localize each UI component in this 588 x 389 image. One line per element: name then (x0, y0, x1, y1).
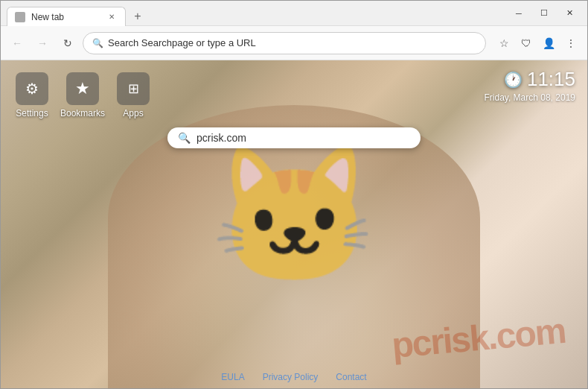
settings-icon: ⚙ (16, 72, 48, 105)
title-bar: New tab ✕ + ─ ☐ ✕ (1, 1, 587, 26)
refresh-button[interactable]: ↻ (57, 33, 78, 54)
apps-label: Apps (123, 108, 143, 118)
back-button[interactable]: ← (7, 33, 28, 54)
bookmarks-shortcut[interactable]: ★ Bookmarks (60, 72, 105, 118)
bookmark-star-icon[interactable]: ☆ (493, 33, 514, 54)
settings-shortcut[interactable]: ⚙ Settings (16, 72, 48, 118)
search-box: 🔍 (167, 127, 421, 148)
apps-icon: ⊞ (117, 72, 150, 105)
search-area: 🔍 (167, 127, 421, 148)
eula-link[interactable]: EULA (221, 372, 244, 382)
omnibox-text: Search Searchpage or type a URL (108, 37, 476, 48)
bookmarks-label: Bookmarks (60, 108, 105, 118)
browser-window: New tab ✕ + ─ ☐ ✕ ← → ↻ 🔍 Search Searchp… (0, 0, 588, 389)
clock-row: 🕐 11:15 (504, 68, 575, 91)
active-tab[interactable]: New tab ✕ (7, 7, 126, 26)
contact-link[interactable]: Contact (336, 372, 366, 382)
tab-label: New tab (31, 12, 100, 22)
bookmarks-icon: ★ (66, 72, 99, 105)
minimize-button[interactable]: ─ (507, 4, 531, 23)
account-icon[interactable]: 👤 (538, 33, 559, 54)
privacy-policy-link[interactable]: Privacy Policy (263, 372, 319, 382)
menu-icon[interactable]: ⋮ (560, 33, 581, 54)
window-controls: ─ ☐ ✕ (507, 4, 581, 23)
omnibox[interactable]: 🔍 Search Searchpage or type a URL (83, 32, 486, 54)
close-button[interactable]: ✕ (557, 4, 581, 23)
maximize-button[interactable]: ☐ (532, 4, 556, 23)
tab-bar: New tab ✕ + (7, 1, 507, 25)
clock-widget: 🕐 11:15 Friday, March 08, 2019 (484, 68, 575, 103)
shield-icon[interactable]: 🛡 (516, 33, 537, 54)
apps-shortcut[interactable]: ⊞ Apps (117, 72, 150, 118)
search-icon: 🔍 (178, 132, 191, 144)
clock-icon: 🕐 (504, 71, 523, 89)
search-icon: 🔍 (92, 38, 103, 48)
address-bar: ← → ↻ 🔍 Search Searchpage or type a URL … (1, 26, 587, 60)
new-tab-button[interactable]: + (129, 7, 147, 25)
forward-button[interactable]: → (32, 33, 53, 54)
newtab-page: pcrisk.com ⚙ Settings ★ Bookmarks ⊞ Apps… (1, 60, 587, 388)
tab-close-button[interactable]: ✕ (106, 11, 118, 23)
tab-favicon (15, 12, 25, 22)
toolbar-icons: ☆ 🛡 👤 ⋮ (493, 33, 581, 54)
settings-label: Settings (16, 108, 48, 118)
footer-links: EULA Privacy Policy Contact (221, 372, 366, 382)
clock-date: Friday, March 08, 2019 (484, 92, 575, 103)
clock-time: 11:15 (527, 68, 575, 91)
search-input[interactable] (196, 132, 410, 144)
